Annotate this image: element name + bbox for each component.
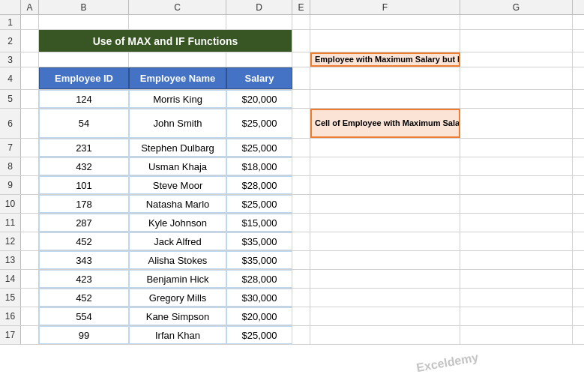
row-14: 14 423 Benjamin Hick $28,000 xyxy=(0,270,584,289)
r10-id: 178 xyxy=(39,195,129,213)
r4-f xyxy=(310,67,460,89)
r3-c xyxy=(129,52,226,67)
r2-a xyxy=(21,30,39,52)
r15-id: 452 xyxy=(39,289,129,307)
rownum-11: 11 xyxy=(0,214,21,232)
r5-a xyxy=(21,90,39,108)
r12-name: Jack Alfred xyxy=(129,232,226,250)
r6-name: John Smith xyxy=(129,109,226,138)
r8-id: 432 xyxy=(39,157,129,175)
r1-c xyxy=(129,15,226,29)
row-10: 10 178 Natasha Marlo $25,000 xyxy=(0,195,584,214)
r3-b xyxy=(39,52,129,67)
r16-name: Kane Simpson xyxy=(129,307,226,325)
spreadsheet: A B C D E F G 1 2 Use of MAX and IF Func… xyxy=(0,0,584,392)
r13-salary: $35,000 xyxy=(226,251,292,269)
r1-e xyxy=(292,15,310,29)
rownum-14: 14 xyxy=(0,270,21,288)
col-header-a: A xyxy=(21,0,39,14)
header-employee-id: Employee ID xyxy=(39,67,129,89)
rownum-9: 9 xyxy=(0,176,21,194)
r13-id: 343 xyxy=(39,251,129,269)
col-header-b: B xyxy=(39,0,129,14)
r1-d xyxy=(226,15,292,29)
rownum-7: 7 xyxy=(0,139,21,157)
r5-f xyxy=(310,90,460,108)
r15-name: Gregory Mills xyxy=(129,289,226,307)
r2-f xyxy=(310,30,460,52)
info-box2-label: Cell of Employee with Maximum Salary but… xyxy=(312,110,460,136)
r6-g xyxy=(460,109,573,138)
r5-e xyxy=(292,90,310,108)
r3-g xyxy=(460,52,573,67)
r11-salary: $15,000 xyxy=(226,214,292,232)
row-12: 12 452 Jack Alfred $35,000 xyxy=(0,232,584,251)
r7-name: Stephen Dulbarg xyxy=(129,139,226,157)
r12-salary: $35,000 xyxy=(226,232,292,250)
rownum-16: 16 xyxy=(0,307,21,325)
r11-name: Kyle Johnson xyxy=(129,214,226,232)
r12-id: 452 xyxy=(39,232,129,250)
row-4: 4 Employee ID Employee Name Salary xyxy=(0,67,584,90)
r13-name: Alisha Stokes xyxy=(129,251,226,269)
row-11: 11 287 Kyle Johnson $15,000 xyxy=(0,214,584,232)
r8-salary: $18,000 xyxy=(226,157,292,175)
r1-g xyxy=(460,15,573,29)
rownum-15: 15 xyxy=(0,289,21,307)
r2-e xyxy=(292,30,310,52)
col-header-e: E xyxy=(292,0,310,14)
r14-name: Benjamin Hick xyxy=(129,270,226,288)
r5-name: Morris King xyxy=(129,90,226,108)
row-7: 7 231 Stephen Dulbarg $25,000 xyxy=(0,139,584,157)
r9-id: 101 xyxy=(39,176,129,194)
r3-a xyxy=(21,52,39,67)
rownum-4: 4 xyxy=(0,67,21,89)
rownum-8: 8 xyxy=(0,157,21,175)
row-1: 1 xyxy=(0,15,584,30)
row-17: 17 99 Irfan Khan $25,000 xyxy=(0,326,584,345)
column-headers: A B C D E F G xyxy=(0,0,584,15)
r17-name: Irfan Khan xyxy=(129,326,226,344)
rownum-10: 10 xyxy=(0,195,21,213)
rownum-17: 17 xyxy=(0,326,21,344)
rownum-5: 5 xyxy=(0,90,21,108)
col-header-g: G xyxy=(460,0,573,14)
rownum-1: 1 xyxy=(0,15,21,29)
rows-container: 1 2 Use of MAX and IF Functions 3 xyxy=(0,15,584,392)
rownum-2: 2 xyxy=(0,30,21,52)
r4-e xyxy=(292,67,310,89)
row-15: 15 452 Gregory Mills $30,000 xyxy=(0,289,584,307)
r6-e xyxy=(292,109,310,138)
r17-id: 99 xyxy=(39,326,129,344)
r5-id: 124 xyxy=(39,90,129,108)
r14-salary: $28,000 xyxy=(226,270,292,288)
r3-f: Employee with Maximum Salary but ID Betw… xyxy=(310,52,460,67)
row-3: 3 Employee with Maximum Salary but ID Be… xyxy=(0,52,584,67)
corner-cell xyxy=(0,0,21,14)
r4-g xyxy=(460,67,573,89)
row-2: 2 Use of MAX and IF Functions xyxy=(0,30,584,52)
r5-salary: $20,000 xyxy=(226,90,292,108)
row-9: 9 101 Steve Moor $28,000 xyxy=(0,176,584,195)
r1-b xyxy=(39,15,129,29)
header-employee-name: Employee Name xyxy=(129,67,226,89)
rownum-6: 6 xyxy=(0,109,21,138)
r8-name: Usman Khaja xyxy=(129,157,226,175)
r1-a xyxy=(21,15,39,29)
rownum-13: 13 xyxy=(0,251,21,269)
rownum-12: 12 xyxy=(0,232,21,250)
r3-e xyxy=(292,52,310,67)
row-8: 8 432 Usman Khaja $18,000 xyxy=(0,157,584,176)
row-5: 5 124 Morris King $20,000 xyxy=(0,90,584,109)
r16-salary: $20,000 xyxy=(226,307,292,325)
r5-g xyxy=(460,90,573,108)
title-cell: Use of MAX and IF Functions xyxy=(39,30,292,52)
r1-f xyxy=(310,15,460,29)
rownum-3: 3 xyxy=(0,52,21,67)
row-13: 13 343 Alisha Stokes $35,000 xyxy=(0,251,584,270)
r9-name: Steve Moor xyxy=(129,176,226,194)
r3-d xyxy=(226,52,292,67)
r11-id: 287 xyxy=(39,214,129,232)
r10-salary: $25,000 xyxy=(226,195,292,213)
col-header-c: C xyxy=(129,0,226,14)
